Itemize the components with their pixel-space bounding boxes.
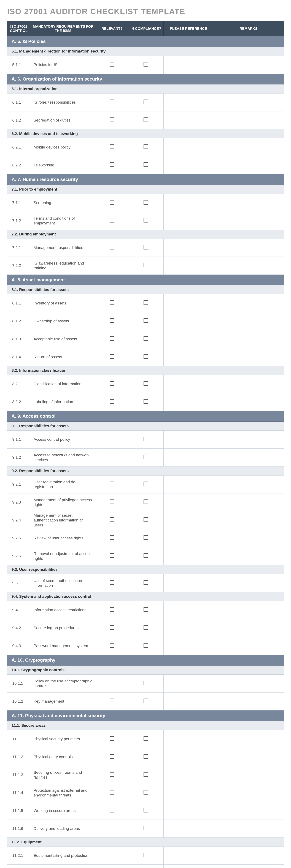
compliance-checkbox[interactable] — [144, 245, 148, 249]
remarks-cell[interactable] — [213, 212, 284, 230]
relevant-checkbox[interactable] — [110, 736, 114, 741]
relevant-checkbox[interactable] — [110, 381, 114, 386]
relevant-checkbox[interactable] — [110, 336, 114, 341]
compliance-checkbox[interactable] — [144, 354, 148, 359]
reference-cell[interactable] — [164, 212, 213, 230]
remarks-cell[interactable] — [213, 330, 284, 348]
reference-cell[interactable] — [164, 802, 213, 820]
reference-cell[interactable] — [164, 475, 213, 493]
compliance-checkbox[interactable] — [144, 62, 148, 66]
reference-cell[interactable] — [164, 94, 213, 112]
remarks-cell[interactable] — [213, 547, 284, 565]
remarks-cell[interactable] — [213, 257, 284, 275]
remarks-cell[interactable] — [213, 529, 284, 547]
remarks-cell[interactable] — [213, 312, 284, 330]
reference-cell[interactable] — [164, 312, 213, 330]
compliance-checkbox[interactable] — [144, 699, 148, 703]
remarks-cell[interactable] — [213, 784, 284, 802]
compliance-checkbox[interactable] — [144, 736, 148, 741]
reference-cell[interactable] — [164, 375, 213, 393]
reference-cell[interactable] — [164, 601, 213, 619]
remarks-cell[interactable] — [213, 637, 284, 655]
reference-cell[interactable] — [164, 512, 213, 529]
compliance-checkbox[interactable] — [144, 517, 148, 522]
reference-cell[interactable] — [164, 239, 213, 257]
compliance-checkbox[interactable] — [144, 399, 148, 404]
compliance-checkbox[interactable] — [144, 218, 148, 222]
compliance-checkbox[interactable] — [144, 499, 148, 504]
remarks-cell[interactable] — [213, 748, 284, 766]
reference-cell[interactable] — [164, 330, 213, 348]
remarks-cell[interactable] — [213, 675, 284, 692]
compliance-checkbox[interactable] — [144, 455, 148, 459]
compliance-checkbox[interactable] — [144, 580, 148, 585]
compliance-checkbox[interactable] — [144, 853, 148, 857]
remarks-cell[interactable] — [213, 448, 284, 466]
relevant-checkbox[interactable] — [110, 145, 114, 149]
relevant-checkbox[interactable] — [110, 218, 114, 222]
relevant-checkbox[interactable] — [110, 245, 114, 249]
reference-cell[interactable] — [164, 393, 213, 411]
reference-cell[interactable] — [164, 431, 213, 448]
relevant-checkbox[interactable] — [110, 482, 114, 486]
compliance-checkbox[interactable] — [144, 772, 148, 777]
compliance-checkbox[interactable] — [144, 643, 148, 648]
relevant-checkbox[interactable] — [110, 499, 114, 504]
compliance-checkbox[interactable] — [144, 381, 148, 386]
compliance-checkbox[interactable] — [144, 162, 148, 167]
compliance-checkbox[interactable] — [144, 607, 148, 612]
compliance-checkbox[interactable] — [144, 437, 148, 441]
relevant-checkbox[interactable] — [110, 553, 114, 558]
reference-cell[interactable] — [164, 257, 213, 275]
remarks-cell[interactable] — [213, 820, 284, 838]
reference-cell[interactable] — [164, 529, 213, 547]
remarks-cell[interactable] — [213, 138, 284, 156]
relevant-checkbox[interactable] — [110, 699, 114, 703]
reference-cell[interactable] — [164, 156, 213, 174]
reference-cell[interactable] — [164, 865, 213, 868]
relevant-checkbox[interactable] — [110, 437, 114, 441]
reference-cell[interactable] — [164, 194, 213, 212]
compliance-checkbox[interactable] — [144, 754, 148, 759]
reference-cell[interactable] — [164, 493, 213, 512]
remarks-cell[interactable] — [213, 802, 284, 820]
remarks-cell[interactable] — [213, 56, 284, 74]
remarks-cell[interactable] — [213, 112, 284, 129]
remarks-cell[interactable] — [213, 94, 284, 112]
remarks-cell[interactable] — [213, 512, 284, 529]
compliance-checkbox[interactable] — [144, 625, 148, 630]
reference-cell[interactable] — [164, 748, 213, 766]
compliance-checkbox[interactable] — [144, 535, 148, 540]
relevant-checkbox[interactable] — [110, 580, 114, 585]
remarks-cell[interactable] — [213, 348, 284, 366]
remarks-cell[interactable] — [213, 619, 284, 637]
compliance-checkbox[interactable] — [144, 300, 148, 305]
remarks-cell[interactable] — [213, 730, 284, 748]
compliance-checkbox[interactable] — [144, 681, 148, 685]
relevant-checkbox[interactable] — [110, 853, 114, 857]
remarks-cell[interactable] — [213, 601, 284, 619]
reference-cell[interactable] — [164, 820, 213, 838]
relevant-checkbox[interactable] — [110, 681, 114, 685]
compliance-checkbox[interactable] — [144, 826, 148, 830]
remarks-cell[interactable] — [213, 475, 284, 493]
reference-cell[interactable] — [164, 294, 213, 312]
remarks-cell[interactable] — [213, 692, 284, 710]
relevant-checkbox[interactable] — [110, 455, 114, 459]
remarks-cell[interactable] — [213, 847, 284, 865]
relevant-checkbox[interactable] — [110, 354, 114, 359]
relevant-checkbox[interactable] — [110, 399, 114, 404]
relevant-checkbox[interactable] — [110, 772, 114, 777]
remarks-cell[interactable] — [213, 574, 284, 592]
compliance-checkbox[interactable] — [144, 336, 148, 341]
remarks-cell[interactable] — [213, 294, 284, 312]
relevant-checkbox[interactable] — [110, 263, 114, 268]
reference-cell[interactable] — [164, 784, 213, 802]
relevant-checkbox[interactable] — [110, 99, 114, 104]
remarks-cell[interactable] — [213, 493, 284, 512]
reference-cell[interactable] — [164, 574, 213, 592]
relevant-checkbox[interactable] — [110, 300, 114, 305]
remarks-cell[interactable] — [213, 239, 284, 257]
compliance-checkbox[interactable] — [144, 118, 148, 122]
reference-cell[interactable] — [164, 448, 213, 466]
